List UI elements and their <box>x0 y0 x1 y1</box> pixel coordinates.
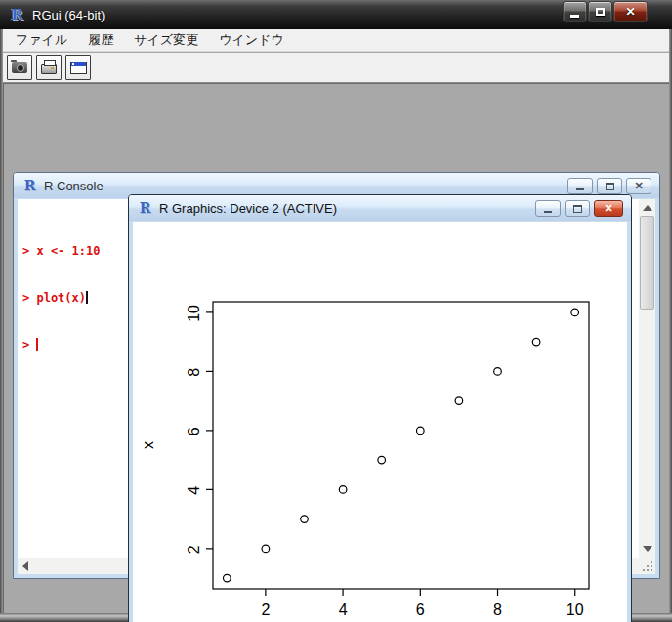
close-button[interactable]: ✕ <box>613 1 648 22</box>
y-axis-label: x <box>140 441 156 449</box>
new-window-button[interactable] <box>65 55 91 80</box>
y-tick-label: 2 <box>186 545 202 554</box>
menu-resize[interactable]: サイズ変更 <box>126 29 206 51</box>
data-point <box>417 427 425 435</box>
minimize-icon <box>544 211 552 213</box>
maximize-button[interactable] <box>588 1 612 22</box>
x-tick-label: 4 <box>339 601 348 618</box>
graphics-close-button[interactable]: ✕ <box>594 200 623 217</box>
toolbar <box>3 53 669 83</box>
data-point <box>455 397 463 405</box>
x-tick-label: 8 <box>493 601 502 618</box>
data-point <box>571 309 579 316</box>
data-point <box>301 516 309 523</box>
window-border-left[interactable] <box>0 29 3 613</box>
minimize-button[interactable] <box>563 1 587 22</box>
r-logo-icon: R <box>137 200 153 216</box>
data-point <box>339 486 347 494</box>
scroll-left-icon[interactable] <box>22 561 28 571</box>
menu-bar: ファイル 履歴 サイズ変更 ウインドウ <box>3 29 669 52</box>
y-tick-label: 8 <box>186 368 202 377</box>
y-tick-label: 4 <box>186 486 202 495</box>
graphics-window-controls: ✕ <box>535 200 623 217</box>
console-window-controls: ✕ <box>567 178 651 194</box>
close-icon: ✕ <box>634 181 643 191</box>
menu-file[interactable]: ファイル <box>8 29 75 51</box>
close-icon: ✕ <box>625 6 635 18</box>
data-point <box>378 456 386 464</box>
text-caret <box>86 291 88 304</box>
plot-svg: 246810246810Indexx <box>133 222 627 622</box>
r-logo-icon: R <box>21 178 38 193</box>
close-icon: ✕ <box>604 203 612 214</box>
x-tick-label: 2 <box>261 601 270 618</box>
console-minimize-button[interactable] <box>567 178 593 194</box>
data-point <box>532 338 540 346</box>
console-line: > <box>22 337 100 352</box>
graphics-minimize-button[interactable] <box>535 200 561 217</box>
print-button[interactable] <box>36 55 62 80</box>
restore-icon <box>573 205 582 213</box>
y-tick-label: 6 <box>186 427 202 435</box>
r-graphics-window[interactable]: R R Graphics: Device 2 (ACTIVE) ✕ 246810… <box>128 194 632 622</box>
maximize-icon <box>596 8 605 16</box>
data-point <box>224 574 231 582</box>
new-window-icon <box>70 62 87 74</box>
console-close-button[interactable]: ✕ <box>626 178 651 194</box>
x-tick-label: 10 <box>567 601 584 618</box>
console-line: > plot(x) <box>22 290 100 306</box>
graphics-restore-button[interactable] <box>565 200 590 217</box>
mdi-client-area: R R Console ✕ > x <- 1:10 > plot(x) > <box>3 83 669 613</box>
input-caret <box>36 338 38 351</box>
minimize-icon <box>576 188 584 190</box>
console-vertical-scrollbar[interactable] <box>639 199 655 558</box>
window-controls: ✕ <box>563 1 648 22</box>
r-logo-icon: R <box>9 7 25 22</box>
rgui-main-window: R RGui (64-bit) ✕ ファイル 履歴 サイズ変更 ウインドウ R … <box>0 0 672 622</box>
screenshot-button[interactable] <box>7 55 32 80</box>
data-point <box>494 368 502 376</box>
camera-icon <box>12 62 27 73</box>
data-point <box>262 545 270 553</box>
y-tick-label: 10 <box>186 305 202 322</box>
main-window-title: RGui (64-bit) <box>32 8 105 22</box>
scroll-down-icon[interactable] <box>643 546 652 552</box>
graphics-window-title: R Graphics: Device 2 (ACTIVE) <box>159 201 337 216</box>
plot-box <box>213 302 589 589</box>
scroll-up-icon[interactable] <box>643 205 652 211</box>
menu-window[interactable]: ウインドウ <box>211 29 292 51</box>
console-window-title: R Console <box>44 179 104 193</box>
resize-grip[interactable] <box>639 558 655 574</box>
graphics-client-area: 246810246810Indexx <box>133 222 627 622</box>
console-text[interactable]: > x <- 1:10 > plot(x) > <box>22 212 100 384</box>
scrollbar-thumb[interactable] <box>640 216 654 310</box>
printer-icon <box>41 64 57 74</box>
x-tick-label: 6 <box>416 601 425 618</box>
restore-icon <box>606 183 614 190</box>
main-titlebar[interactable]: R RGui (64-bit) ✕ <box>0 0 672 29</box>
menu-history[interactable]: 履歴 <box>80 29 121 51</box>
console-restore-button[interactable] <box>597 178 622 194</box>
minimize-icon <box>570 15 579 18</box>
console-line: > x <- 1:10 <box>22 243 100 259</box>
